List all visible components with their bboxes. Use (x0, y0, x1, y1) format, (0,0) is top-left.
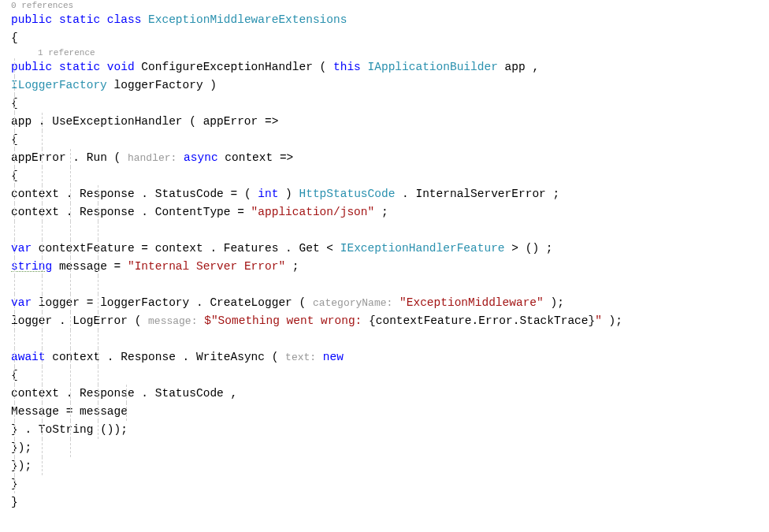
close-paren-semi: ); (609, 314, 622, 327)
paren-paren-semi: ()); (100, 423, 128, 436)
dot: . (141, 188, 148, 200)
ident-statuscode: StatusCode (155, 387, 224, 400)
string-appjson: "application/json" (251, 206, 375, 218)
dot: . (141, 387, 148, 400)
string-internalerror: "Internal Server Error" (128, 260, 285, 273)
open-paren: ( (244, 188, 251, 200)
codelens-method[interactable]: 1 reference (0, 47, 769, 58)
code-line: } (0, 493, 769, 512)
open-paren: ( (135, 314, 142, 327)
code-line: logger . LogError ( message: $"Something… (0, 312, 769, 330)
code-editor[interactable]: 0 references public static class Excepti… (0, 0, 769, 512)
keyword-static: static (59, 61, 100, 73)
close-paren: ) (210, 79, 217, 91)
dot: . (285, 242, 292, 255)
code-line: var contextFeature = context . Features … (0, 240, 769, 258)
ident-message-prop: Message (11, 405, 59, 418)
type-iexceptionhandlerfeature: IExceptionHandlerFeature (340, 242, 505, 255)
assign: = (87, 296, 94, 309)
code-line: var logger = loggerFactory . CreateLogge… (0, 294, 769, 312)
semicolon: ; (546, 242, 553, 255)
ident-response: Response (121, 351, 176, 363)
code-line: public static class ExceptionMiddlewareE… (0, 11, 769, 29)
interp-open: { (369, 314, 376, 327)
dot: . (59, 314, 66, 327)
type-iapplicationbuilder: IApplicationBuilder (368, 61, 498, 73)
keyword-public: public (11, 13, 52, 26)
type-iloggerfactory: ILoggerFactory (11, 79, 107, 91)
type-httpstatuscode: HttpStatusCode (299, 188, 396, 200)
ident-contextfeature: contextFeature (376, 314, 472, 327)
string-exceptionmw: "ExceptionMiddleware" (399, 296, 544, 309)
code-line: { (0, 131, 769, 149)
ident-features: Features (224, 242, 279, 255)
code-line: }); (0, 439, 769, 457)
code-line: { (0, 29, 769, 47)
semicolon: ; (292, 260, 299, 273)
code-line: context . Response . StatusCode = ( int … (0, 185, 769, 203)
semicolon: ; (381, 206, 388, 218)
class-name: ExceptionMiddlewareExtensions (148, 13, 347, 26)
ident-statuscode: StatusCode (155, 188, 224, 200)
keyword-class: class (107, 13, 142, 26)
ident-context: context (52, 351, 100, 363)
code-line-empty (0, 276, 769, 294)
ident-contextfeature: contextFeature (39, 242, 135, 255)
string-interp-prefix: $"Something went wrong: (204, 314, 369, 327)
param-loggerfactory: loggerFactory (114, 79, 203, 91)
keyword-await: await (11, 351, 46, 363)
method-get: Get (299, 242, 320, 255)
dot: . (183, 351, 190, 363)
dot: . (66, 206, 73, 218)
method-logerror: LogError (72, 314, 128, 327)
code-line: context . Response . StatusCode , (0, 385, 769, 403)
code-line: } . ToString ()); (0, 421, 769, 439)
comma: , (532, 61, 539, 73)
keyword-static: static (59, 13, 100, 26)
keyword-int: int (258, 188, 278, 200)
code-line: string message = "Internal Server Error"… (0, 258, 769, 276)
ident-internalservererror: InternalServerError (415, 188, 545, 200)
lt: < (326, 242, 333, 255)
ident-apperror: appError (11, 151, 66, 164)
ident-message: message (80, 405, 128, 418)
keyword-new: new (323, 351, 344, 363)
string-close: " (595, 314, 602, 327)
ident-logger: logger (11, 314, 52, 327)
open-paren: ( (114, 151, 121, 164)
assign: = (141, 242, 148, 255)
dot: . (66, 387, 73, 400)
ident-logger: logger (39, 296, 80, 309)
ident-context: context (11, 188, 59, 200)
gt: > (511, 242, 518, 255)
keyword-async: async (184, 151, 218, 164)
keyword-string: string (11, 260, 52, 273)
code-line: { (0, 366, 769, 385)
inline-hint-text: text: (285, 352, 316, 363)
semicolon: ; (552, 188, 559, 200)
open-paren: ( (320, 61, 327, 73)
ident-apperror: appError (203, 115, 258, 128)
code-line-empty (0, 330, 769, 348)
code-line: { (0, 167, 769, 185)
assign: = (66, 405, 73, 418)
open-paren: ( (272, 351, 279, 363)
assign: = (237, 206, 244, 218)
ident-message: message (59, 260, 107, 273)
code-line: }); (0, 457, 769, 475)
ident-error: Error (478, 314, 513, 327)
dot: . (66, 188, 73, 200)
inline-hint-categoryname: categoryName: (313, 297, 392, 309)
ident-loggerfactory: loggerFactory (100, 296, 189, 309)
dot: . (210, 242, 217, 255)
comma: , (230, 387, 237, 400)
code-line: await context . Response . WriteAsync ( … (0, 348, 769, 366)
empty-parens: () (526, 242, 539, 255)
method-writeasync: WriteAsync (196, 351, 265, 363)
code-line: { (0, 95, 769, 113)
codelens-class[interactable]: 0 references (0, 0, 769, 11)
keyword-void: void (107, 61, 135, 73)
ident-context: context (11, 206, 59, 218)
open-paren: ( (299, 296, 306, 309)
code-line: Message = message (0, 403, 769, 421)
